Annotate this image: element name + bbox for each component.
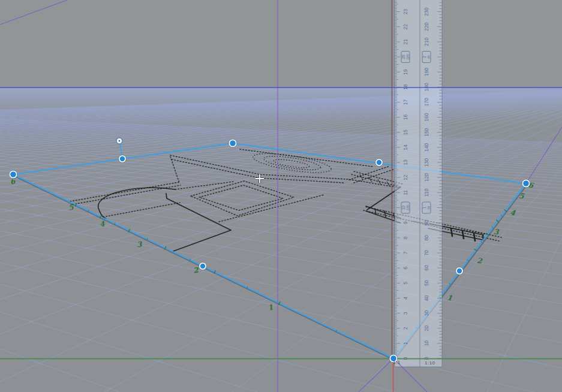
ruler-number: 22 xyxy=(402,24,408,30)
ruler-number: 3 xyxy=(402,312,408,315)
ruler-number: 2 xyxy=(402,327,408,330)
ruler-number: 17 xyxy=(402,99,408,105)
ruler-number: 5 xyxy=(402,282,408,285)
ruler-number: 15 xyxy=(402,129,408,135)
cad-3d-viewport[interactable]: 123456123456 012345678910cm1112131415161… xyxy=(0,0,562,392)
ruler-number: 50 xyxy=(423,280,429,286)
ruler-number: 9 xyxy=(402,221,408,224)
ruler-number: 21 xyxy=(402,39,408,45)
ruler-number: 6 xyxy=(402,266,408,269)
ruler-number: 150 xyxy=(423,128,429,136)
svg-text:m: m xyxy=(426,206,431,209)
midpoint-handle[interactable] xyxy=(457,269,462,273)
corner-handle[interactable] xyxy=(230,140,236,146)
ruler-number: 1 xyxy=(402,342,408,345)
ruler-number: 4 xyxy=(402,297,408,300)
ruler-scale-1to10: 1:10 xyxy=(425,360,435,366)
ruler-number: 90 xyxy=(423,220,429,226)
midpoint-handle[interactable] xyxy=(377,160,381,165)
ruler-number: 220 xyxy=(423,22,429,31)
ruler-number: 60 xyxy=(423,265,429,271)
svg-text:cm: cm xyxy=(405,205,410,210)
ruler-number: 30 xyxy=(423,310,429,316)
ruler-number: 19 xyxy=(402,69,408,75)
ruler-number: 120 xyxy=(423,173,429,182)
midpoint-handle[interactable] xyxy=(120,156,125,161)
ruler-number: 190 xyxy=(423,68,429,76)
ruler-number: 80 xyxy=(423,235,429,241)
ruler-number: 20 xyxy=(423,325,429,331)
ruler-number: 11 xyxy=(402,190,408,195)
ruler-number: 18 xyxy=(402,84,408,90)
ruler-scale-1to1: 1:1 xyxy=(393,360,401,365)
ruler-number: 13 xyxy=(402,159,408,165)
ruler-number: 70 xyxy=(423,250,429,256)
ruler-number: 210 xyxy=(423,37,429,46)
ruler-number: 14 xyxy=(402,144,408,150)
ruler-number: 40 xyxy=(423,295,429,301)
ruler-number: 16 xyxy=(402,114,408,120)
ruler-number: 140 xyxy=(423,143,429,152)
svg-text:cm: cm xyxy=(405,55,410,60)
ruler-number: 160 xyxy=(423,113,429,121)
ruler-number: 230 xyxy=(423,7,429,16)
ruler-number: 170 xyxy=(423,98,429,106)
corner-handle[interactable] xyxy=(10,171,16,177)
ruler-number: 23 xyxy=(402,9,408,15)
ruler-number: 7 xyxy=(402,251,408,254)
ruler-number: 12 xyxy=(402,174,408,180)
horizon-density-band xyxy=(0,88,562,123)
svg-text:m: m xyxy=(426,55,431,58)
ruler-number: 8 xyxy=(402,236,408,239)
ruler-number: 180 xyxy=(423,83,429,91)
ruler-number: 130 xyxy=(423,158,429,167)
midpoint-handle[interactable] xyxy=(200,264,205,269)
rotate-handle[interactable] xyxy=(119,140,121,142)
ruler-number: 110 xyxy=(423,188,429,197)
ruler-number: 10 xyxy=(423,340,429,346)
ruler-tool[interactable]: 012345678910cm11121314151617181920cm2122… xyxy=(395,0,442,367)
corner-handle[interactable] xyxy=(523,180,529,186)
